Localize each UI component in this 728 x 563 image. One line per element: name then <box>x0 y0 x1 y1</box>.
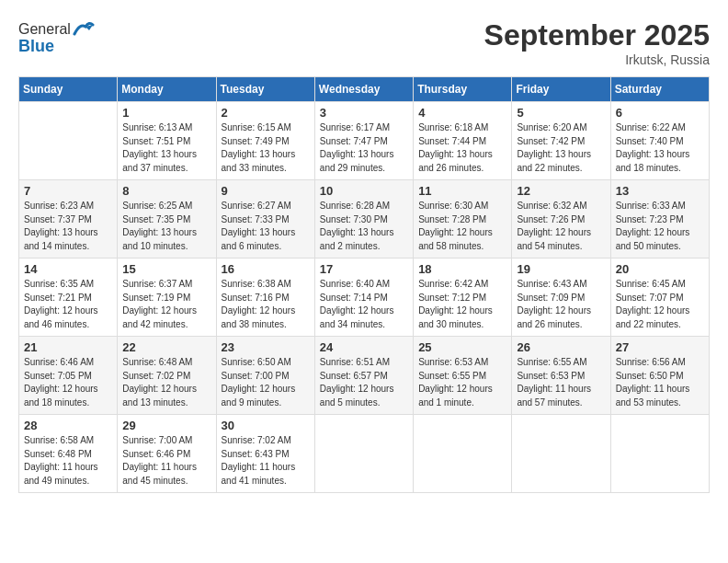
day-info: Sunrise: 6:55 AM Sunset: 6:53 PM Dayligh… <box>517 356 605 409</box>
day-number: 1 <box>122 106 210 120</box>
calendar-cell: 18Sunrise: 6:42 AM Sunset: 7:12 PM Dayli… <box>414 259 512 337</box>
day-info: Sunrise: 6:45 AM Sunset: 7:07 PM Dayligh… <box>616 278 704 331</box>
calendar-week-1: 1Sunrise: 6:13 AM Sunset: 7:51 PM Daylig… <box>19 102 710 180</box>
weekday-header-saturday: Saturday <box>610 77 709 102</box>
calendar-cell: 7Sunrise: 6:23 AM Sunset: 7:37 PM Daylig… <box>19 180 118 259</box>
weekday-header-tuesday: Tuesday <box>216 77 314 102</box>
day-number: 27 <box>616 340 704 354</box>
day-number: 11 <box>418 184 506 198</box>
logo-icon <box>73 18 95 40</box>
calendar-cell: 3Sunrise: 6:17 AM Sunset: 7:47 PM Daylig… <box>314 102 413 180</box>
calendar-cell: 29Sunrise: 7:00 AM Sunset: 6:46 PM Dayli… <box>118 415 216 493</box>
day-info: Sunrise: 6:28 AM Sunset: 7:30 PM Dayligh… <box>320 200 408 253</box>
calendar-cell: 15Sunrise: 6:37 AM Sunset: 7:19 PM Dayli… <box>118 259 216 337</box>
day-info: Sunrise: 6:35 AM Sunset: 7:21 PM Dayligh… <box>24 278 112 331</box>
calendar-cell: 9Sunrise: 6:27 AM Sunset: 7:33 PM Daylig… <box>216 180 314 259</box>
calendar-cell: 13Sunrise: 6:33 AM Sunset: 7:23 PM Dayli… <box>610 180 709 259</box>
calendar-cell <box>314 415 413 493</box>
day-info: Sunrise: 6:32 AM Sunset: 7:26 PM Dayligh… <box>517 200 605 253</box>
day-info: Sunrise: 6:53 AM Sunset: 6:55 PM Dayligh… <box>418 356 506 409</box>
location-text: Irkutsk, Russia <box>484 52 710 67</box>
logo-general-text: General <box>18 21 71 38</box>
calendar-cell: 28Sunrise: 6:58 AM Sunset: 6:48 PM Dayli… <box>19 415 118 493</box>
calendar-cell: 5Sunrise: 6:20 AM Sunset: 7:42 PM Daylig… <box>512 102 610 180</box>
day-info: Sunrise: 6:27 AM Sunset: 7:33 PM Dayligh… <box>222 200 310 253</box>
day-info: Sunrise: 6:18 AM Sunset: 7:44 PM Dayligh… <box>418 121 506 175</box>
day-number: 28 <box>24 419 112 432</box>
day-number: 16 <box>222 262 310 276</box>
page-header: General Blue September 2025 Irkutsk, Rus… <box>18 18 710 67</box>
calendar-cell: 8Sunrise: 6:25 AM Sunset: 7:35 PM Daylig… <box>118 180 216 259</box>
day-number: 26 <box>517 340 605 354</box>
day-info: Sunrise: 6:15 AM Sunset: 7:49 PM Dayligh… <box>222 121 310 175</box>
day-number: 29 <box>122 419 210 432</box>
day-number: 22 <box>122 340 210 354</box>
calendar-cell: 23Sunrise: 6:50 AM Sunset: 7:00 PM Dayli… <box>216 337 314 415</box>
calendar-cell <box>414 415 512 493</box>
day-number: 30 <box>222 419 310 432</box>
logo: General Blue <box>18 18 95 56</box>
weekday-header-monday: Monday <box>118 77 216 102</box>
day-info: Sunrise: 6:13 AM Sunset: 7:51 PM Dayligh… <box>122 121 210 175</box>
logo-blue-text: Blue <box>18 37 54 55</box>
calendar-week-5: 28Sunrise: 6:58 AM Sunset: 6:48 PM Dayli… <box>19 415 710 493</box>
title-block: September 2025 Irkutsk, Russia <box>484 18 710 67</box>
day-info: Sunrise: 6:25 AM Sunset: 7:35 PM Dayligh… <box>122 200 210 253</box>
day-number: 6 <box>616 106 704 120</box>
calendar-cell: 1Sunrise: 6:13 AM Sunset: 7:51 PM Daylig… <box>118 102 216 180</box>
day-info: Sunrise: 6:48 AM Sunset: 7:02 PM Dayligh… <box>122 356 210 409</box>
calendar-cell: 12Sunrise: 6:32 AM Sunset: 7:26 PM Dayli… <box>512 180 610 259</box>
calendar-cell: 14Sunrise: 6:35 AM Sunset: 7:21 PM Dayli… <box>19 259 118 337</box>
day-info: Sunrise: 6:51 AM Sunset: 6:57 PM Dayligh… <box>320 356 408 409</box>
day-number: 23 <box>222 340 310 354</box>
day-info: Sunrise: 6:46 AM Sunset: 7:05 PM Dayligh… <box>24 356 112 409</box>
day-info: Sunrise: 6:42 AM Sunset: 7:12 PM Dayligh… <box>418 278 506 331</box>
calendar-cell: 6Sunrise: 6:22 AM Sunset: 7:40 PM Daylig… <box>610 102 709 180</box>
calendar-cell: 4Sunrise: 6:18 AM Sunset: 7:44 PM Daylig… <box>414 102 512 180</box>
calendar-cell <box>19 102 118 180</box>
weekday-header-sunday: Sunday <box>19 77 118 102</box>
day-info: Sunrise: 6:56 AM Sunset: 6:50 PM Dayligh… <box>616 356 704 409</box>
day-number: 24 <box>320 340 408 354</box>
day-info: Sunrise: 6:30 AM Sunset: 7:28 PM Dayligh… <box>418 200 506 253</box>
day-number: 20 <box>616 262 704 276</box>
calendar-cell: 20Sunrise: 6:45 AM Sunset: 7:07 PM Dayli… <box>610 259 709 337</box>
calendar-cell: 2Sunrise: 6:15 AM Sunset: 7:49 PM Daylig… <box>216 102 314 180</box>
calendar-cell <box>512 415 610 493</box>
calendar-week-3: 14Sunrise: 6:35 AM Sunset: 7:21 PM Dayli… <box>19 259 710 337</box>
day-number: 18 <box>418 262 506 276</box>
day-info: Sunrise: 6:22 AM Sunset: 7:40 PM Dayligh… <box>616 121 704 175</box>
calendar-cell: 27Sunrise: 6:56 AM Sunset: 6:50 PM Dayli… <box>610 337 709 415</box>
calendar-cell: 25Sunrise: 6:53 AM Sunset: 6:55 PM Dayli… <box>414 337 512 415</box>
day-number: 7 <box>24 184 112 198</box>
calendar-cell: 10Sunrise: 6:28 AM Sunset: 7:30 PM Dayli… <box>314 180 413 259</box>
day-number: 8 <box>122 184 210 198</box>
calendar-cell: 22Sunrise: 6:48 AM Sunset: 7:02 PM Dayli… <box>118 337 216 415</box>
day-number: 15 <box>122 262 210 276</box>
day-info: Sunrise: 6:38 AM Sunset: 7:16 PM Dayligh… <box>222 278 310 331</box>
day-number: 9 <box>222 184 310 198</box>
day-number: 4 <box>418 106 506 120</box>
calendar-cell: 17Sunrise: 6:40 AM Sunset: 7:14 PM Dayli… <box>314 259 413 337</box>
day-info: Sunrise: 6:20 AM Sunset: 7:42 PM Dayligh… <box>517 121 605 175</box>
day-info: Sunrise: 6:17 AM Sunset: 7:47 PM Dayligh… <box>320 121 408 175</box>
calendar-cell <box>610 415 709 493</box>
day-info: Sunrise: 6:33 AM Sunset: 7:23 PM Dayligh… <box>616 200 704 253</box>
day-info: Sunrise: 6:37 AM Sunset: 7:19 PM Dayligh… <box>122 278 210 331</box>
day-number: 21 <box>24 340 112 354</box>
day-info: Sunrise: 6:23 AM Sunset: 7:37 PM Dayligh… <box>24 200 112 253</box>
weekday-header-thursday: Thursday <box>414 77 512 102</box>
day-number: 25 <box>418 340 506 354</box>
day-number: 10 <box>320 184 408 198</box>
calendar-cell: 24Sunrise: 6:51 AM Sunset: 6:57 PM Dayli… <box>314 337 413 415</box>
calendar-table: SundayMondayTuesdayWednesdayThursdayFrid… <box>18 76 710 493</box>
calendar-cell: 19Sunrise: 6:43 AM Sunset: 7:09 PM Dayli… <box>512 259 610 337</box>
day-info: Sunrise: 6:50 AM Sunset: 7:00 PM Dayligh… <box>222 356 310 409</box>
calendar-week-4: 21Sunrise: 6:46 AM Sunset: 7:05 PM Dayli… <box>19 337 710 415</box>
day-info: Sunrise: 6:43 AM Sunset: 7:09 PM Dayligh… <box>517 278 605 331</box>
day-number: 5 <box>517 106 605 120</box>
day-number: 2 <box>222 106 310 120</box>
day-number: 19 <box>517 262 605 276</box>
calendar-cell: 30Sunrise: 7:02 AM Sunset: 6:43 PM Dayli… <box>216 415 314 493</box>
day-number: 14 <box>24 262 112 276</box>
